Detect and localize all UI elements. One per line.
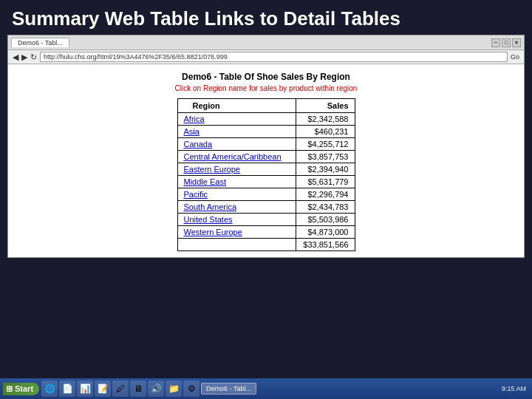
sales-cell: $2,342,588 xyxy=(296,113,355,126)
region-link[interactable]: United States xyxy=(184,215,233,224)
region-link[interactable]: Western Europe xyxy=(184,228,242,236)
browser-window: Demo6 - Tabl... ─ □ ✕ ◀ ▶ ↻ Go Demo6 - T… xyxy=(7,35,525,258)
region-cell: Central America/Caribbean xyxy=(177,151,296,163)
address-bar: ◀ ▶ ↻ Go xyxy=(8,50,524,64)
title-area: Summary Web Table Links to Detail Tables xyxy=(0,0,532,35)
sales-cell: $460,231 xyxy=(296,126,355,138)
grand-total-cell: $33,851,566 xyxy=(296,239,355,251)
table-row: Asia$460,231 xyxy=(177,126,355,138)
sales-cell: $4,255,712 xyxy=(296,138,355,151)
region-link[interactable]: South America xyxy=(184,202,237,211)
table-row: South America$2,434,783 xyxy=(177,201,355,214)
taskbar-icons: 🌐 📄 📊 📝 🖊 🖥 🔊 📁 ⚙ Demo6 - Tabl... xyxy=(41,381,499,397)
region-cell: Asia xyxy=(177,126,296,138)
demo-title: Demo6 - Table Of Shoe Sales By Region xyxy=(23,72,509,82)
sales-cell: $2,296,794 xyxy=(296,188,355,201)
url-input[interactable] xyxy=(40,52,508,62)
taskbar-active-window[interactable]: Demo6 - Tabl... xyxy=(201,383,256,395)
table-row: Central America/Caribbean$3,857,753 xyxy=(177,151,355,163)
table-header-row: Region Sales xyxy=(177,99,355,113)
region-header: Region xyxy=(177,99,296,113)
forward-button[interactable]: ▶ xyxy=(21,52,27,62)
maximize-button[interactable]: □ xyxy=(502,38,511,47)
sales-table: Region Sales Africa$2,342,588Asia$460,23… xyxy=(177,98,355,251)
taskbar-icon-folder[interactable]: 📁 xyxy=(166,381,182,397)
go-button[interactable]: Go xyxy=(511,53,519,61)
sales-cell: $3,857,753 xyxy=(296,151,355,163)
table-row: Middle East$5,631,779 xyxy=(177,176,355,188)
sales-cell: $2,434,783 xyxy=(296,201,355,214)
close-button[interactable]: ✕ xyxy=(512,38,521,47)
region-cell: United States xyxy=(177,214,296,226)
region-cell: Middle East xyxy=(177,176,296,188)
region-cell: Pacific xyxy=(177,188,296,201)
taskbar-icon-word[interactable]: 📝 xyxy=(95,381,111,397)
taskbar-icon-settings[interactable]: ⚙ xyxy=(183,381,200,397)
taskbar-icon-speaker[interactable]: 🔊 xyxy=(148,381,164,397)
refresh-button[interactable]: ↻ xyxy=(30,52,37,62)
region-link[interactable]: Pacific xyxy=(184,190,208,199)
region-link[interactable]: Asia xyxy=(184,127,200,136)
region-link[interactable]: Eastern Europe xyxy=(184,165,240,174)
taskbar: ⊞ Start 🌐 📄 📊 📝 🖊 🖥 🔊 📁 ⚙ Demo6 - Tabl..… xyxy=(0,378,532,399)
region-cell: Eastern Europe xyxy=(177,163,296,176)
taskbar-icon-doc1[interactable]: 📄 xyxy=(59,381,75,397)
taskbar-icon-ie[interactable]: 🌐 xyxy=(41,381,58,397)
taskbar-time: 9:15 AM xyxy=(502,385,529,392)
region-cell: South America xyxy=(177,201,296,214)
webpage-content: Demo6 - Table Of Shoe Sales By Region Cl… xyxy=(8,64,524,257)
browser-chrome: Demo6 - Tabl... ─ □ ✕ xyxy=(8,35,524,50)
slide-title: Summary Web Table Links to Detail Tables xyxy=(12,7,520,30)
taskbar-icon-monitor[interactable]: 🖥 xyxy=(130,381,146,397)
table-row: United States$5,503,986 xyxy=(177,214,355,226)
windows-icon: ⊞ xyxy=(6,384,13,394)
region-cell: Western Europe xyxy=(177,226,296,239)
back-button[interactable]: ◀ xyxy=(13,52,18,62)
region-cell: Africa xyxy=(177,113,296,126)
sales-cell: $5,503,986 xyxy=(296,214,355,226)
browser-tab[interactable]: Demo6 - Tabl... xyxy=(11,38,69,47)
table-row: Eastern Europe$2,394,940 xyxy=(177,163,355,176)
region-cell: Canada xyxy=(177,138,296,151)
click-instruction: Click on Region name for sales by produc… xyxy=(23,84,509,92)
sales-cell: $5,631,779 xyxy=(296,176,355,188)
region-link[interactable]: Africa xyxy=(184,115,205,123)
start-button[interactable]: ⊞ Start xyxy=(3,383,39,395)
sales-header: Sales xyxy=(296,99,355,113)
sales-cell: $4,873,000 xyxy=(296,226,355,239)
table-row: Western Europe$4,873,000 xyxy=(177,226,355,239)
taskbar-icon-pen[interactable]: 🖊 xyxy=(112,381,129,397)
minimize-button[interactable]: ─ xyxy=(491,38,500,47)
table-row: Pacific$2,296,794 xyxy=(177,188,355,201)
total-row: $33,851,566 xyxy=(177,239,355,251)
region-link[interactable]: Central America/Caribbean xyxy=(184,152,282,161)
region-link[interactable]: Canada xyxy=(184,140,213,149)
sales-cell: $2,394,940 xyxy=(296,163,355,176)
table-row: Africa$2,342,588 xyxy=(177,113,355,126)
taskbar-icon-chart[interactable]: 📊 xyxy=(77,381,93,397)
browser-close-buttons: ─ □ ✕ xyxy=(491,38,521,47)
total-label-cell xyxy=(177,239,296,251)
table-row: Canada$4,255,712 xyxy=(177,138,355,151)
start-label: Start xyxy=(15,384,33,393)
region-link[interactable]: Middle East xyxy=(184,177,226,186)
